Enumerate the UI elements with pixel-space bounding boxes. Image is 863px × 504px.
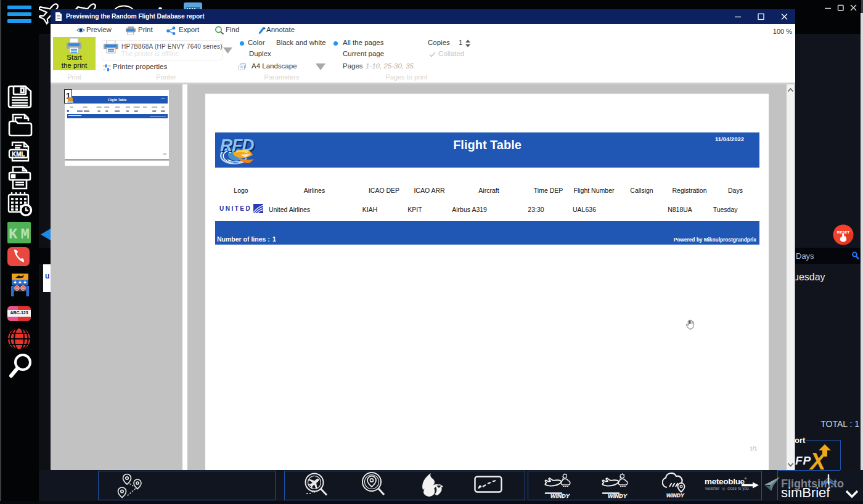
svg-text:WINDY: WINDY <box>608 493 628 499</box>
svg-text:KML: KML <box>12 151 25 158</box>
svg-text:WINDY: WINDY <box>550 493 570 499</box>
svg-text:KM: KM <box>9 226 30 243</box>
svg-text:X: X <box>809 449 827 471</box>
svg-text:WINDY: WINDY <box>666 492 685 498</box>
svg-text:RESET: RESET <box>837 230 850 234</box>
svg-text:FP: FP <box>795 454 811 467</box>
